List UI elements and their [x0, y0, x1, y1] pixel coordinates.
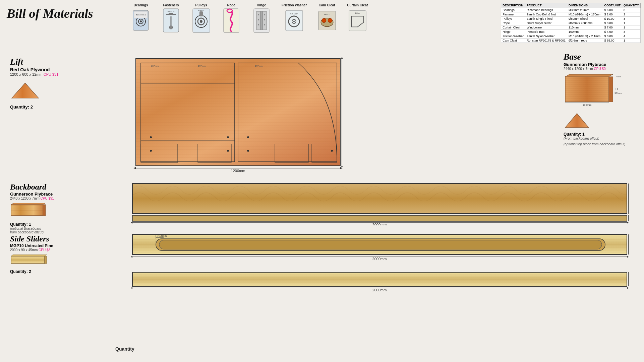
bom-cell: Friction Washer — [501, 34, 525, 39]
bom-header-dimensions: DIMENSIONS — [567, 3, 603, 8]
svg-text:407mm: 407mm — [198, 65, 206, 67]
bom-cell: 3 — [622, 17, 641, 21]
bom-cell: Hinge — [501, 30, 525, 34]
svg-text:190mm: 190mm — [583, 103, 592, 106]
svg-text:7mm: 7mm — [616, 75, 621, 78]
bom-row: BearingsRichmond BearingsØ30mm x 9mm$ 6.… — [501, 8, 641, 12]
component-bearings: Bearings BEARINGS — [131, 3, 151, 33]
bom-cell: M10 (Ø10mm) x 170mm — [567, 12, 603, 17]
svg-rect-115 — [159, 240, 602, 249]
bom-cell: $ 7.00 — [603, 25, 622, 30]
svg-point-24 — [258, 14, 259, 15]
svg-marker-70 — [341, 166, 343, 167]
svg-point-38 — [328, 18, 332, 23]
svg-text:M10x170: M10x170 — [168, 10, 175, 12]
svg-text:2000mm: 2000mm — [372, 288, 387, 292]
backboard-svg: 2000mm 100 7mm — [131, 182, 630, 225]
svg-marker-44 — [12, 83, 39, 98]
svg-marker-109 — [11, 255, 47, 256]
bom-header-product: PRODUCT — [525, 3, 567, 8]
svg-text:407mm: 407mm — [151, 65, 159, 67]
bom-row: FastenerZenith Cup Bolt & NutM10 (Ø10mm)… — [501, 12, 641, 17]
bom-cell: $ 4.00 — [603, 30, 622, 34]
svg-text:2000mm: 2000mm — [372, 223, 387, 225]
hinge-label: Hinge — [257, 3, 266, 7]
bearings-icon: BEARINGS — [132, 8, 150, 33]
bom-cell: Curtain Cleat — [501, 25, 525, 30]
svg-point-53 — [227, 136, 229, 138]
svg-text:100: 100 — [630, 200, 630, 205]
svg-point-54 — [150, 150, 152, 152]
base-material: Gunnerson Plybrace — [564, 62, 637, 67]
svg-point-58 — [331, 150, 333, 152]
bom-cell: Cam Cleat — [501, 39, 525, 43]
svg-rect-95 — [132, 184, 627, 214]
lift-wood-thumb — [10, 80, 121, 101]
svg-text:r 15mm: r 15mm — [158, 234, 167, 237]
svg-point-52 — [150, 136, 152, 138]
lift-svg: 1200mm 600mm 407mm 407mm 407mm — [131, 57, 345, 174]
component-friction-washer: Friction Washer M10 Nylon — [282, 3, 307, 33]
svg-point-28 — [264, 19, 265, 20]
bom-cell: $ 8.00 — [603, 21, 622, 25]
lift-diagram: 1200mm 600mm 407mm 407mm 407mm — [131, 57, 345, 175]
base-quantity: Quantity: 1 — [564, 132, 637, 137]
fasteners-label: Fasteners — [163, 3, 179, 7]
bom-cell: Ø30mm x 9mm — [567, 8, 603, 12]
pulleys-label: Pulleys — [195, 3, 207, 7]
svg-rect-108 — [45, 256, 47, 264]
svg-rect-16 — [199, 11, 203, 16]
sliders-dims: 2000 x 90 x 45mm CPU $8 — [10, 248, 121, 252]
bom-cell: Ø6mm x 2000mm — [567, 21, 603, 25]
svg-rect-127 — [132, 272, 627, 286]
svg-marker-122 — [627, 256, 629, 258]
quantity-label: Quantity — [115, 346, 134, 352]
sliders-material: MGP10 Untreated Pine — [10, 243, 121, 248]
backboard-info: Backboard Gunnerson Plybrace 2440 x 1200… — [0, 179, 131, 237]
bom-cell: $ 2.00 — [603, 12, 622, 17]
component-hinge: Hinge — [251, 3, 272, 33]
curtain-cleat-icon: 110mm — [348, 8, 367, 33]
bom-row: Cam CleatRonstan RF20175 & RF5001Ø2-8mm … — [501, 39, 641, 43]
svg-point-37 — [322, 18, 326, 23]
component-curtain-cleat: Curtain Cleat 110mm — [347, 3, 368, 33]
pulleys-icon: Ø50mm — [192, 8, 211, 33]
bom-row: HingePinnacle Butt100mm$ 4.003 — [501, 30, 641, 34]
sliders-diagram: r 15mm 2000mm 90 — [131, 233, 644, 295]
svg-text:97mm: 97mm — [614, 92, 622, 95]
bom-cell: 8 — [622, 8, 641, 12]
base-section: Base Gunnerson Plybrace 2440 x 1200 x 7m… — [564, 52, 637, 146]
bom-cell: 1 — [622, 39, 641, 43]
sliders-quantity: Quantity: 2 — [10, 269, 121, 274]
svg-marker-98 — [131, 222, 132, 224]
bom-cell: Ronstan RF20175 & RF5001 — [525, 39, 567, 43]
bom-table: DESCRIPTION PRODUCT DIMENSIONS COST/UNIT… — [501, 3, 641, 43]
bom-cell: Rope — [501, 21, 525, 25]
curtain-cleat-label: Curtain Cleat — [347, 3, 368, 7]
bom-cell: 1 — [622, 21, 641, 25]
bom-cell: Pinnacle Butt — [525, 30, 567, 34]
svg-marker-129 — [131, 287, 132, 289]
svg-marker-99 — [627, 222, 629, 224]
lift-title: Lift — [10, 57, 121, 67]
bom-row: RopeGrunt Super SilverØ6mm x 2000mm$ 8.0… — [501, 21, 641, 25]
bom-row: Curtain CleatWindoware110mm$ 7.001 — [501, 25, 641, 30]
sliders-wood-thumb — [10, 255, 121, 267]
svg-point-57 — [247, 150, 249, 152]
bom-cell: $ 10.00 — [603, 17, 622, 21]
sliders-info: Side Sliders MGP10 Untreated Pine 2000 x… — [0, 231, 131, 277]
svg-marker-86 — [565, 114, 589, 128]
bom-cell: 110mm — [567, 25, 603, 30]
backboard-quantity: Quantity: 1 — [10, 222, 121, 227]
cam-cleat-icon: RF20175 — [318, 8, 336, 33]
slider-bottom-svg: 2000mm 45 — [131, 271, 630, 294]
base-wood-thumb: 190mm H 97mm 7mm — [564, 73, 637, 108]
bom-cell: $ 6.00 — [603, 8, 622, 12]
svg-point-3 — [140, 20, 142, 22]
svg-marker-69 — [341, 57, 343, 59]
bom-cell: $ 8.00 — [603, 34, 622, 39]
bom-cell: 3 — [622, 30, 641, 34]
bom-cell: Zenith Nylon Washer — [525, 34, 567, 39]
base-note1: (From backboard offcut) — [564, 137, 637, 140]
svg-rect-77 — [565, 77, 609, 102]
